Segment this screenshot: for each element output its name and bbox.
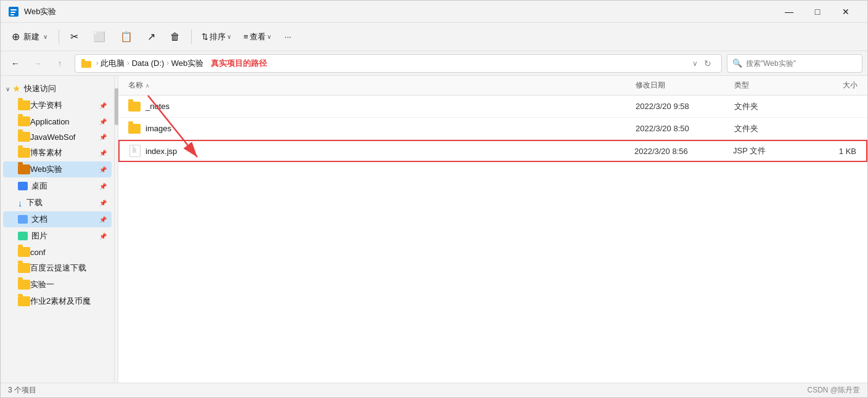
- pin-icon-download: 📌: [99, 200, 107, 206]
- view-chevron: ∨: [267, 33, 271, 40]
- refresh-button[interactable]: ↻: [700, 57, 715, 70]
- up-button[interactable]: ↑: [50, 54, 70, 73]
- breadcrumb-annotation: 真实项目的路径: [211, 58, 267, 69]
- paste-button[interactable]: 📋: [114, 26, 139, 47]
- file-type: 文件夹: [734, 123, 808, 134]
- folder-icon: [18, 100, 30, 110]
- quick-access-header[interactable]: ∨ ★ 快速访问: [1, 81, 114, 97]
- folder-icon-conf: [18, 247, 30, 257]
- file-header: 名称 ∧ 修改日期 类型 大小: [118, 76, 867, 95]
- folder-breadcrumb-icon: [81, 59, 91, 68]
- col-header-size[interactable]: 大小: [808, 80, 858, 91]
- more-button[interactable]: ···: [279, 26, 298, 47]
- sidebar-item-hw2[interactable]: 作业2素材及币魔: [3, 293, 112, 309]
- quick-access-caret: ∨: [6, 86, 10, 92]
- sidebar-item-document[interactable]: 文档 📌: [3, 211, 112, 227]
- sidebar-label-image: 图片: [31, 230, 47, 242]
- sidebar: ∨ ★ 快速访问 大学资料 📌 Application 📌 J: [1, 76, 115, 383]
- pin-icon-web: 📌: [99, 166, 107, 173]
- sidebar-label-java: JavaWebSof: [30, 132, 75, 142]
- download-icon: ↓: [18, 198, 23, 208]
- cut-button[interactable]: ✂: [64, 26, 84, 47]
- col-sort-arrow: ∧: [145, 83, 150, 89]
- col-date-label: 修改日期: [636, 81, 665, 89]
- file-name: index.jsp: [145, 147, 177, 156]
- sidebar-label-web: Web实验: [30, 164, 63, 175]
- col-size-label: 大小: [843, 81, 858, 89]
- delete-button[interactable]: 🗑: [164, 26, 186, 47]
- sidebar-label-document: 文档: [31, 214, 47, 225]
- sidebar-item-conf[interactable]: conf: [3, 245, 112, 259]
- search-input[interactable]: [746, 59, 857, 68]
- file-date: 2022/3/20 9:58: [636, 102, 734, 111]
- toolbar-separator-2: [191, 30, 192, 44]
- sidebar-label-application: Application: [30, 117, 70, 126]
- sidebar-item-blog[interactable]: 博客素材 📌: [3, 145, 112, 161]
- pin-icon-university: 📌: [99, 102, 107, 109]
- window-icon: [8, 6, 19, 17]
- table-row[interactable]: index.jsp 2022/3/20 8:56 JSP 文件 1 KB: [118, 140, 867, 162]
- minimize-button[interactable]: —: [775, 1, 803, 23]
- sidebar-item-lab1[interactable]: 实验一: [3, 277, 112, 293]
- sidebar-item-web[interactable]: Web实验 📌: [3, 161, 112, 177]
- sidebar-item-image[interactable]: 图片 📌: [3, 228, 112, 244]
- share-button[interactable]: ↗: [141, 26, 162, 47]
- sidebar-item-desktop[interactable]: 桌面 📌: [3, 178, 112, 194]
- address-bar-chevron[interactable]: ∨: [692, 59, 698, 68]
- file-icon: [129, 145, 141, 157]
- window-controls: — □ ✕: [775, 1, 860, 23]
- col-type-label: 类型: [734, 81, 749, 89]
- sidebar-item-university[interactable]: 大学资料 📌: [3, 97, 112, 113]
- folder-icon: [128, 102, 141, 112]
- sort-button[interactable]: ⇅ 排序 ∨: [197, 26, 236, 47]
- pin-icon-application: 📌: [99, 118, 107, 125]
- copy-icon: ⬜: [93, 31, 105, 43]
- quick-access-star-icon: ★: [12, 83, 20, 94]
- new-label: 新建: [23, 31, 39, 43]
- sidebar-item-download[interactable]: ↓ 下载 📌: [3, 195, 112, 211]
- window-title: Web实验: [24, 6, 775, 17]
- table-row[interactable]: _notes 2022/3/20 9:58 文件夹: [118, 95, 867, 118]
- pin-icon-java: 📌: [99, 134, 107, 140]
- breadcrumb-this-pc[interactable]: 此电脑: [100, 58, 125, 69]
- sidebar-label-lab1: 实验一: [30, 279, 54, 290]
- sidebar-label-download: 下载: [27, 197, 43, 208]
- image-icon: [18, 232, 28, 240]
- col-header-name[interactable]: 名称 ∧: [128, 80, 636, 91]
- search-bar[interactable]: 🔍: [727, 54, 862, 73]
- watermark: CSDN @陈丹萱: [807, 385, 860, 396]
- file-date: 2022/3/20 8:56: [634, 147, 733, 156]
- breadcrumb-data[interactable]: Data (D:): [132, 59, 165, 68]
- svg-rect-3: [10, 14, 14, 15]
- table-row[interactable]: images 2022/3/20 8:50 文件夹: [118, 118, 867, 140]
- title-bar: Web实验 — □ ✕: [1, 1, 867, 23]
- folder-icon: [128, 124, 141, 134]
- sidebar-label-hw2: 作业2素材及币魔: [30, 296, 91, 307]
- sidebar-item-baidu[interactable]: 百度云提速下载: [3, 260, 112, 276]
- pin-icon-document: 📌: [99, 216, 107, 223]
- svg-rect-4: [81, 61, 91, 68]
- back-button[interactable]: ←: [6, 54, 25, 73]
- folder-icon-lab1: [18, 280, 30, 290]
- sidebar-item-application[interactable]: Application 📌: [3, 114, 112, 129]
- folder-icon-baidu: [18, 263, 30, 273]
- toolbar-separator-1: [59, 30, 59, 44]
- view-button[interactable]: ≡ 查看 ∨: [239, 26, 276, 47]
- file-name-cell: _notes: [128, 102, 636, 112]
- sidebar-item-javawebsof[interactable]: JavaWebSof 📌: [3, 129, 112, 144]
- breadcrumb-web[interactable]: Web实验: [171, 58, 204, 69]
- col-header-type[interactable]: 类型: [734, 80, 808, 91]
- folder-icon-app: [18, 116, 30, 126]
- nav-bar: ← → ↑ › 此电脑 › Data (D:) › Web实验 真实项目的路径: [1, 51, 867, 76]
- more-label: ···: [285, 32, 292, 41]
- maximize-button[interactable]: □: [803, 1, 832, 23]
- close-button[interactable]: ✕: [832, 1, 860, 23]
- forward-button[interactable]: →: [28, 54, 47, 73]
- svg-rect-2: [10, 12, 15, 13]
- address-bar[interactable]: › 此电脑 › Data (D:) › Web实验 真实项目的路径 ∨ ↻: [75, 54, 722, 73]
- sidebar-label-university: 大学资料: [30, 100, 62, 111]
- copy-button[interactable]: ⬜: [87, 26, 112, 47]
- new-button[interactable]: ⊕ 新建 ∨: [6, 26, 54, 47]
- col-header-date[interactable]: 修改日期: [636, 80, 734, 91]
- folder-icon-blog: [18, 148, 30, 158]
